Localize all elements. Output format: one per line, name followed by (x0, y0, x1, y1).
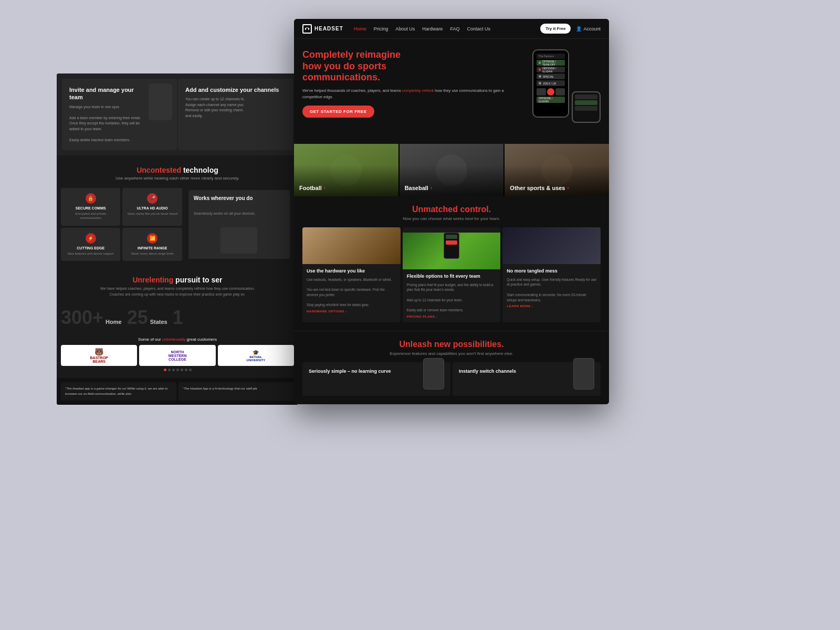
action-btn-red (547, 88, 554, 96)
unleash-card-2-inner: Instantly switch channels (459, 369, 594, 390)
feature-range-desc: Never worry about range limits (127, 251, 177, 256)
get-started-button[interactable]: GET STARTED FOR FREE (302, 106, 374, 118)
tech-title-highlight: Uncontested (136, 166, 181, 174)
hardware-desc: Use earbuds, headsets, or speakers. Blue… (307, 277, 396, 308)
try-it-free-button[interactable]: Try it Free (540, 24, 571, 34)
nav-faq[interactable]: FAQ (450, 26, 459, 32)
control-highlight: Unmatched (412, 205, 458, 214)
nav-pricing[interactable]: Pricing (374, 26, 388, 32)
control-subtitle: Now you can choose what works best for y… (302, 216, 601, 221)
phone-header-text: The Partners (539, 55, 554, 58)
feature-range: 📶 INFINITE RANGE Never worry about range… (122, 228, 182, 261)
testimonial-2-text: "The Headset App is a hi-technology that… (183, 386, 290, 392)
works-desc: Seamlessly works on all your devices. (194, 212, 256, 215)
feature-range-title: INFINITE RANGE (127, 246, 177, 250)
red-dot-1 (539, 68, 541, 71)
action-btn-2 (555, 88, 565, 96)
states-number: 25 (127, 307, 148, 329)
nav-logo[interactable]: HEADSET (302, 24, 343, 34)
green-dot-1 (539, 61, 541, 64)
northwestern-content: NORTHWESTERNCOLLEGE (139, 345, 215, 366)
hardware-link[interactable]: HARDWARE OPTIONS › (307, 310, 396, 313)
learn-more-link[interactable]: LEARN MORE › (507, 304, 596, 308)
bethel-icon: 🎓 (253, 350, 259, 355)
states-label: States (150, 319, 167, 325)
stat-other: 1 (173, 307, 183, 329)
dot-4 (176, 369, 179, 371)
unleash-title: Unleash new possibilities. (302, 340, 601, 349)
works-card: Works wherever you do Seamlessly works o… (188, 190, 290, 259)
feature-secure-desc: Encrypted and private communication (65, 212, 116, 220)
unleash-card-1-inner: Seriously simple – no learning curve (309, 369, 444, 390)
gray-dot-2 (539, 82, 541, 85)
hero-title-regular: Completely (302, 49, 356, 60)
pricing-link[interactable]: PRICING PLANS › (407, 315, 497, 318)
baseball-card[interactable]: Baseball › (400, 144, 504, 196)
feature-audio-title: ULTRA HD AUDIO (127, 206, 177, 210)
nav-contact[interactable]: Contact Us (467, 26, 490, 32)
customers-text: Some of our unbelievably great customers (61, 337, 294, 342)
other-sports-card[interactable]: Other sports & uses › (505, 144, 609, 196)
nav-home[interactable]: Home (354, 26, 366, 32)
customize-card-title: Add and customize your channels (185, 86, 286, 93)
nav-account[interactable]: 👤 Account (576, 26, 601, 32)
customers-section: Some of our unbelievably great customers… (57, 333, 298, 378)
football-label: Football › (299, 185, 326, 191)
features-row: 🔒 SECURE COMMS Encrypted and private com… (61, 188, 294, 261)
customers-highlight: unbelievably (162, 337, 185, 342)
features-section: 🔒 SECURE COMMS Encrypted and private com… (57, 184, 298, 265)
invite-phone-img (149, 83, 172, 120)
row-2-text: DEFENSE / ILLIDAN (542, 67, 563, 73)
baseball-text: Baseball (405, 185, 428, 191)
phone-row-3: SPECIAL (537, 74, 565, 79)
control-section: Unmatched control. Now you can choose wh… (294, 196, 609, 331)
unleash-card-2-title: Instantly switch channels (459, 369, 516, 375)
unleash-rest: new possibilities. (434, 340, 503, 349)
football-text: Football (299, 185, 322, 191)
feature-audio: 🎤 ULTRA HD AUDIO Voice clarity like you'… (122, 188, 182, 226)
lightning-icon: ⚡ (86, 233, 96, 244)
action-btn-1 (537, 88, 546, 96)
baseball-arrow: › (430, 185, 432, 191)
testimonial-2: "The Headset App is a hi-technology that… (178, 382, 294, 401)
watch-row-1 (575, 94, 597, 99)
unleash-phone-2 (573, 358, 594, 390)
watch-row-2 (575, 100, 597, 105)
account-label: Account (583, 26, 601, 32)
nav-about[interactable]: About Us (395, 26, 415, 32)
customer-logos: 🐻 BASTROPBEARS NORTHWESTERNCOLLEGE 🎓 BET… (61, 345, 294, 366)
unleash-card-1: Seriously simple – no learning curve (302, 362, 450, 396)
main-phone: The Partners OFFENSE / TEAM OFF DEFENSE … (532, 49, 569, 118)
tech-subtitle: Use anywhere while hearing each other mo… (62, 176, 293, 181)
phone-screen-row (446, 235, 457, 239)
headset-logo-icon (302, 24, 312, 34)
feature-audio-desc: Voice clarity like you've never heard (127, 212, 177, 216)
other-sports-arrow: › (567, 185, 569, 191)
tangle-title: No more tangled mess (507, 268, 596, 275)
hardware-card-content: Use the hardware you like Use earbuds, h… (302, 264, 401, 317)
hardware-img (302, 227, 401, 264)
dot-6 (185, 369, 187, 371)
navbar: HEADSET Home Pricing About Us Hardware F… (294, 19, 609, 39)
nav-links: Home Pricing About Us Hardware FAQ Conta… (354, 26, 535, 32)
nav-hardware[interactable]: Hardware (422, 26, 443, 32)
unleash-card-1-title: Seriously simple – no learning curve (309, 369, 391, 375)
stat-states: 25 States (127, 307, 167, 329)
feature-cutting-desc: New features and device support (65, 251, 116, 256)
football-card[interactable]: Football › (294, 144, 398, 196)
unleash-highlight: Unleash (399, 340, 432, 349)
phone-row-4: JOE K / LB (537, 80, 565, 86)
feature-cutting: ⚡ CUTTING EDGE New features and device s… (61, 228, 120, 261)
tech-section-title: Uncontested technolog Use anywhere while… (57, 155, 298, 184)
feature-secure: 🔒 SECURE COMMS Encrypted and private com… (61, 188, 120, 226)
gray-dot (539, 75, 541, 78)
tangle-card-content: No more tangled mess Quick and easy setu… (502, 264, 601, 312)
football-arrow: › (324, 185, 326, 191)
unleash-cards: Seriously simple – no learning curve Ins… (302, 362, 601, 396)
hero-subtitle-highlight: completely rethink (402, 88, 434, 93)
customize-card-desc: You can create up to 12 channels fo.Assi… (185, 97, 286, 119)
northwestern-logo: NORTHWESTERNCOLLEGE (139, 345, 215, 366)
control-title: Unmatched control. (302, 205, 601, 214)
unleash-card-2: Instantly switch channels (453, 362, 601, 396)
pursuit-desc: We have helped coaches, players, and tea… (62, 286, 293, 297)
